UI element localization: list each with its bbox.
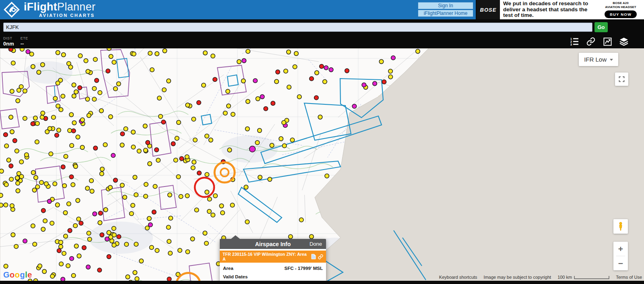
share-link-button[interactable] — [586, 37, 596, 46]
zoom-in-button[interactable]: + — [613, 242, 628, 256]
svg-text:2: 2 — [570, 40, 572, 43]
ordered-list-icon: 123 — [570, 37, 579, 46]
brand-name-bold: iFlight — [24, 1, 57, 13]
chart-layer-selector[interactable]: IFR Low — [579, 53, 618, 66]
area-label: Area — [223, 266, 233, 271]
scale-label: 100 km — [557, 275, 572, 280]
pegman-icon — [616, 221, 625, 232]
map-zoom-control: + − — [613, 242, 628, 270]
buy-now-button[interactable]: BUY NOW — [605, 10, 637, 18]
ad-product-name: BOSE A20 — [605, 1, 636, 5]
tfr-item-row[interactable]: TFR 230115-16 VIP Wilmington ZNY: Area A — [220, 251, 326, 263]
bose-ad-banner[interactable]: BOSE We put in decades of research to de… — [476, 0, 644, 19]
brand-tagline: AVIATION CHARTS — [39, 13, 95, 18]
airspace-info-popup: Airspace Info Done TFR 230115-16 VIP Wil… — [220, 239, 326, 284]
document-icon[interactable] — [311, 254, 316, 259]
fullscreen-button[interactable] — [615, 73, 628, 86]
search-input[interactable] — [3, 23, 592, 32]
tfr-link-icon[interactable] — [318, 254, 323, 259]
flight-status-bar: DIST 0nm ETE -- 123 — [0, 35, 644, 48]
scale-bar — [574, 276, 609, 279]
done-button[interactable]: Done — [310, 239, 322, 249]
auth-buttons: Sign In iFlightPlanner Home — [418, 2, 473, 17]
distance-metric: DIST 0nm — [3, 36, 14, 47]
popup-pointer — [231, 235, 240, 239]
svg-text:1: 1 — [570, 37, 572, 40]
terms-of-use-link[interactable]: Terms of Use — [616, 275, 642, 280]
ete-value: -- — [21, 41, 28, 47]
route-list-button[interactable]: 123 — [570, 37, 579, 46]
ad-product-type: AVIATION HEADSET — [605, 5, 636, 9]
map-canvas[interactable]: IFR Low + − Airspace Info Done — [0, 48, 644, 284]
distance-label: DIST — [3, 36, 14, 40]
fullscreen-icon — [618, 75, 625, 83]
map-scale: 100 km — [557, 275, 609, 280]
copyright-notice: Image may be subject to copyright — [484, 275, 551, 280]
google-logo[interactable]: Google — [3, 270, 32, 280]
popup-title: Airspace Info — [255, 241, 291, 247]
search-bar: Go — [0, 19, 644, 35]
ete-metric: ETE -- — [21, 36, 28, 47]
layers-icon — [619, 37, 629, 46]
route-chart-icon — [603, 37, 612, 46]
sign-in-button[interactable]: Sign In — [418, 2, 473, 9]
link-icon — [586, 37, 595, 46]
brand-logo[interactable]: iFlightPlanner AVIATION CHARTS — [3, 1, 95, 18]
layer-selector-label: IFR Low — [584, 56, 607, 63]
svg-text:3: 3 — [570, 43, 572, 46]
go-button[interactable]: Go — [594, 22, 608, 32]
bose-logo: BOSE — [477, 0, 500, 19]
area-altitude-value: SFC - 17999' MSL — [285, 266, 323, 271]
chevron-down-icon — [610, 59, 613, 61]
valid-dates-label: Valid Dates — [220, 273, 326, 280]
tfr-title: TFR 230115-16 VIP Wilmington ZNY: Area A — [223, 252, 309, 261]
route-profile-button[interactable] — [603, 37, 612, 46]
distance-value: 0nm — [3, 41, 14, 47]
ad-copy-text: We put in decades of research to deliver… — [500, 0, 599, 19]
street-view-pegman[interactable] — [613, 219, 628, 234]
brand-name-light: Planner — [57, 1, 95, 13]
ete-label: ETE — [21, 36, 28, 40]
app-header: iFlightPlanner AVIATION CHARTS Sign In i… — [0, 0, 644, 19]
keyboard-shortcuts-link[interactable]: Keyboard shortcuts — [439, 275, 477, 280]
iflightplanner-home-button[interactable]: iFlightPlanner Home — [418, 10, 473, 17]
layers-button[interactable] — [619, 37, 629, 46]
iflightplanner-logo-icon — [3, 1, 20, 18]
bottom-bar — [0, 281, 644, 284]
zoom-out-button[interactable]: − — [613, 256, 628, 270]
